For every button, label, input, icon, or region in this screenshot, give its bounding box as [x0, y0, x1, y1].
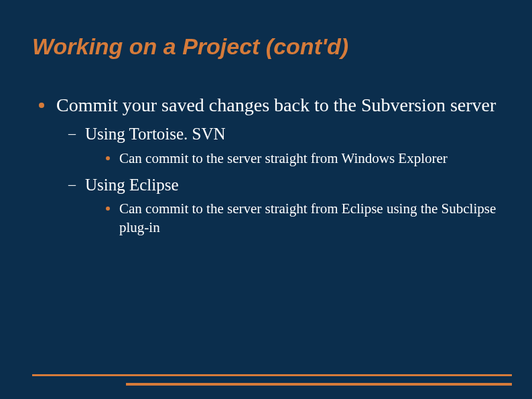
bullet-icon: [39, 103, 44, 108]
list-item-text: Can commit to the server straight from E…: [119, 200, 500, 237]
slide-content: Commit your saved changes back to the Su…: [32, 93, 500, 237]
slide: Working on a Project (cont'd) Commit you…: [0, 0, 532, 399]
dash-icon: –: [68, 174, 76, 195]
list-item-text: Using Tortoise. SVN: [85, 123, 226, 146]
footer-rules: [32, 374, 512, 386]
divider: [32, 374, 512, 376]
list-item: Commit your saved changes back to the Su…: [39, 93, 500, 117]
list-item: Can commit to the server straight from E…: [106, 200, 500, 237]
list-item: Can commit to the server straight from W…: [106, 150, 500, 168]
dash-icon: –: [68, 123, 76, 144]
list-item: – Using Tortoise. SVN: [68, 123, 500, 146]
list-item-text: Can commit to the server straight from W…: [119, 150, 448, 168]
list-item-text: Using Eclipse: [85, 174, 179, 196]
slide-title: Working on a Project (cont'd): [32, 34, 500, 60]
bullet-icon: [106, 156, 110, 160]
list-item: – Using Eclipse: [68, 174, 500, 196]
bullet-icon: [106, 207, 110, 211]
list-item-text: Commit your saved changes back to the Su…: [56, 93, 496, 117]
divider: [126, 383, 512, 386]
